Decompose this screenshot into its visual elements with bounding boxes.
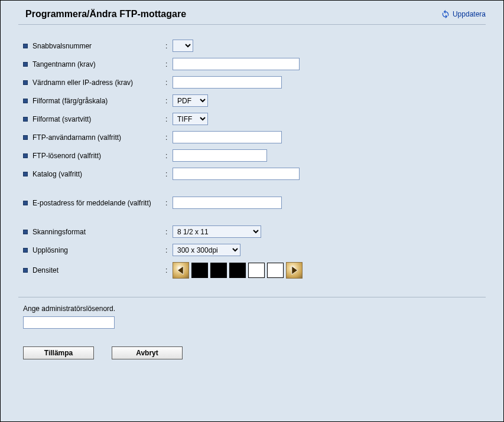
label-catalog: Katalog (valfritt): [32, 170, 165, 178]
label-key-name: Tangentnamn (krav): [32, 60, 165, 68]
main-frame: Programmera/Ändra FTP-mottagare Uppdater…: [0, 0, 504, 422]
bullet-icon: [23, 80, 28, 85]
label-file-format-bw: Filformat (svartvitt): [32, 115, 165, 123]
bullet-icon: [23, 172, 28, 176]
colon: :: [165, 199, 173, 207]
row-speed-dial: Snabbvalsnummer :: [18, 37, 486, 55]
density-swatch-3: [229, 263, 246, 278]
row-scan-format: Skanningsformat : 8 1/2 x 11: [18, 223, 486, 241]
colon: :: [165, 97, 173, 105]
colon: :: [165, 266, 173, 274]
colon: :: [165, 170, 173, 178]
density-swatch-1: [191, 263, 208, 278]
density-swatch-2: [210, 263, 227, 278]
density-increase-button[interactable]: [286, 262, 303, 279]
cancel-button[interactable]: Avbryt: [112, 346, 183, 359]
admin-password-input[interactable]: [23, 316, 115, 329]
row-ftp-password: FTP-lösenord (valfritt) :: [18, 146, 486, 165]
colon: :: [165, 42, 173, 50]
bullet-icon: [23, 44, 28, 48]
svg-marker-1: [292, 266, 298, 274]
colon: :: [165, 115, 173, 123]
label-scan-format: Skanningsformat: [32, 228, 165, 236]
row-resolution: Upplösning : 300 x 300dpi: [18, 241, 486, 259]
density-decrease-button[interactable]: [173, 262, 189, 279]
label-file-format-color: Filformat (färg/gråskala): [32, 97, 165, 105]
divider: [18, 297, 486, 297]
bullet-icon: [23, 153, 28, 158]
speed-dial-select[interactable]: [173, 40, 193, 52]
key-name-input[interactable]: [173, 58, 300, 70]
label-ftp-user: FTP-användarnamn (valfritt): [32, 133, 165, 142]
bullet-icon: [23, 117, 28, 122]
colon: :: [165, 133, 173, 142]
scan-format-select[interactable]: 8 1/2 x 11: [173, 225, 261, 238]
triangle-left-icon: [177, 266, 185, 274]
label-density: Densitet: [32, 266, 165, 274]
update-link[interactable]: Uppdatera: [441, 9, 486, 19]
colon: :: [165, 152, 173, 160]
bullet-icon: [23, 248, 28, 253]
colon: :: [165, 228, 173, 236]
row-catalog: Katalog (valfritt) :: [18, 165, 486, 183]
page-title: Programmera/Ändra FTP-mottagare: [25, 9, 186, 19]
label-ftp-password: FTP-lösenord (valfritt): [32, 152, 165, 160]
row-file-format-bw: Filformat (svartvitt) : TIFF: [18, 110, 486, 128]
bullet-icon: [23, 99, 28, 103]
label-resolution: Upplösning: [32, 246, 165, 254]
email-notify-input[interactable]: [173, 197, 282, 209]
admin-password-prompt: Ange administratörslösenord.: [18, 305, 486, 313]
apply-button[interactable]: Tillämpa: [23, 346, 94, 359]
ftp-password-input[interactable]: [173, 149, 267, 162]
bullet-icon: [23, 135, 28, 140]
bullet-icon: [23, 201, 28, 205]
density-swatch-4: [248, 263, 265, 278]
divider: [18, 24, 486, 25]
row-host-name: Värdnamn eller IP-adress (krav) :: [18, 73, 486, 91]
host-name-input[interactable]: [173, 76, 282, 89]
triangle-right-icon: [290, 266, 298, 274]
catalog-input[interactable]: [173, 168, 300, 180]
row-density: Densitet :: [18, 259, 486, 282]
row-key-name: Tangentnamn (krav) :: [18, 55, 486, 73]
label-speed-dial: Snabbvalsnummer: [32, 42, 165, 50]
density-swatch-5: [267, 263, 284, 278]
header: Programmera/Ändra FTP-mottagare Uppdater…: [18, 6, 486, 24]
row-ftp-user: FTP-användarnamn (valfritt) :: [18, 128, 486, 146]
bullet-icon: [23, 62, 28, 67]
file-format-bw-select[interactable]: TIFF: [173, 113, 208, 125]
ftp-user-input[interactable]: [173, 131, 282, 143]
colon: :: [165, 246, 173, 254]
row-email-notify: E-postadress för meddelande (valfritt) :: [18, 194, 486, 212]
label-email-notify: E-postadress för meddelande (valfritt): [32, 199, 165, 207]
label-host-name: Värdnamn eller IP-adress (krav): [32, 78, 165, 87]
svg-marker-0: [177, 266, 183, 274]
colon: :: [165, 78, 173, 87]
bullet-icon: [23, 268, 28, 273]
bullet-icon: [23, 230, 28, 234]
update-link-label: Uppdatera: [453, 10, 486, 18]
colon: :: [165, 60, 173, 68]
button-row: Tillämpa Avbryt: [23, 346, 486, 359]
row-file-format-color: Filformat (färg/gråskala) : PDF: [18, 91, 486, 110]
file-format-color-select[interactable]: PDF: [173, 94, 208, 107]
resolution-select[interactable]: 300 x 300dpi: [173, 244, 240, 256]
refresh-icon: [441, 9, 450, 19]
